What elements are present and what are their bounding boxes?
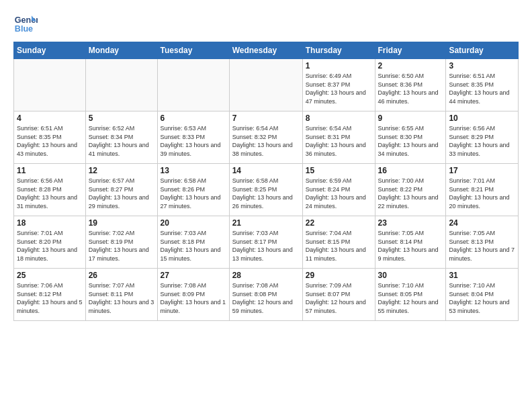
day-number: 13 [161,166,226,175]
day-number: 2 [378,61,443,71]
calendar-cell: 10Sunrise: 6:56 AM Sunset: 8:29 PM Dayli… [446,111,519,164]
day-number: 18 [17,218,83,228]
day-info: Sunrise: 6:58 AM Sunset: 8:26 PM Dayligh… [161,177,226,210]
weekday-header-monday: Monday [85,42,157,59]
page: General Blue SundayMondayTuesdayWednesda… [0,0,532,411]
day-number: 20 [161,218,226,228]
day-info: Sunrise: 7:03 AM Sunset: 8:18 PM Dayligh… [161,229,226,263]
logo: General Blue [13,11,38,35]
day-info: Sunrise: 7:05 AM Sunset: 8:13 PM Dayligh… [449,229,515,263]
day-info: Sunrise: 6:56 AM Sunset: 8:29 PM Dayligh… [449,124,515,158]
day-number: 21 [232,218,300,228]
calendar-cell: 29Sunrise: 7:09 AM Sunset: 8:07 PM Dayli… [302,269,375,321]
calendar-cell: 27Sunrise: 7:08 AM Sunset: 8:09 PM Dayli… [157,269,229,321]
calendar-cell: 11Sunrise: 6:56 AM Sunset: 8:28 PM Dayli… [14,164,86,216]
day-number: 1 [306,61,372,71]
day-info: Sunrise: 6:59 AM Sunset: 8:24 PM Dayligh… [306,177,372,210]
day-info: Sunrise: 7:10 AM Sunset: 8:05 PM Dayligh… [378,281,443,315]
day-info: Sunrise: 7:10 AM Sunset: 8:04 PM Dayligh… [449,281,515,315]
day-number: 7 [232,113,300,123]
day-number: 26 [89,271,154,280]
day-number: 10 [449,113,515,123]
calendar-cell: 31Sunrise: 7:10 AM Sunset: 8:04 PM Dayli… [446,269,519,321]
week-row-4: 18Sunrise: 7:01 AM Sunset: 8:20 PM Dayli… [14,216,519,269]
calendar-cell [14,59,86,111]
day-number: 28 [232,271,300,280]
day-info: Sunrise: 7:05 AM Sunset: 8:14 PM Dayligh… [378,229,443,263]
day-info: Sunrise: 6:55 AM Sunset: 8:30 PM Dayligh… [378,124,443,158]
calendar-cell [157,59,229,111]
weekday-header-wednesday: Wednesday [229,42,302,59]
day-number: 31 [449,271,515,280]
calendar-cell: 8Sunrise: 6:54 AM Sunset: 8:31 PM Daylig… [302,111,375,164]
calendar-cell: 3Sunrise: 6:51 AM Sunset: 8:35 PM Daylig… [446,59,519,111]
calendar-cell: 30Sunrise: 7:10 AM Sunset: 8:05 PM Dayli… [375,269,446,321]
day-number: 22 [306,218,372,228]
week-row-1: 1Sunrise: 6:49 AM Sunset: 8:37 PM Daylig… [14,59,519,111]
calendar-cell: 16Sunrise: 7:00 AM Sunset: 8:22 PM Dayli… [375,164,446,216]
day-info: Sunrise: 6:54 AM Sunset: 8:32 PM Dayligh… [232,124,300,158]
day-info: Sunrise: 6:54 AM Sunset: 8:31 PM Dayligh… [306,124,372,158]
weekday-header-row: SundayMondayTuesdayWednesdayThursdayFrid… [14,42,519,59]
day-info: Sunrise: 6:50 AM Sunset: 8:36 PM Dayligh… [378,72,443,105]
day-number: 16 [378,166,443,175]
day-number: 9 [378,113,443,123]
calendar: SundayMondayTuesdayWednesdayThursdayFrid… [13,42,519,321]
day-info: Sunrise: 7:08 AM Sunset: 8:09 PM Dayligh… [161,281,226,315]
day-number: 12 [89,166,154,175]
day-number: 8 [306,113,372,123]
day-number: 29 [306,271,372,280]
day-info: Sunrise: 6:51 AM Sunset: 8:35 PM Dayligh… [449,72,515,105]
day-number: 15 [306,166,372,175]
calendar-cell: 19Sunrise: 7:02 AM Sunset: 8:19 PM Dayli… [85,216,157,269]
day-number: 4 [17,113,83,123]
day-number: 17 [449,166,515,175]
day-info: Sunrise: 7:01 AM Sunset: 8:21 PM Dayligh… [449,177,515,210]
svg-text:Blue: Blue [15,24,33,34]
calendar-cell: 20Sunrise: 7:03 AM Sunset: 8:18 PM Dayli… [157,216,229,269]
calendar-cell: 6Sunrise: 6:53 AM Sunset: 8:33 PM Daylig… [157,111,229,164]
day-number: 24 [449,218,515,228]
weekday-header-tuesday: Tuesday [157,42,229,59]
calendar-cell: 14Sunrise: 6:58 AM Sunset: 8:25 PM Dayli… [229,164,302,216]
day-number: 25 [17,271,83,280]
day-info: Sunrise: 6:51 AM Sunset: 8:35 PM Dayligh… [17,124,83,158]
calendar-cell: 4Sunrise: 6:51 AM Sunset: 8:35 PM Daylig… [14,111,86,164]
day-number: 6 [161,113,226,123]
day-info: Sunrise: 7:04 AM Sunset: 8:15 PM Dayligh… [306,229,372,263]
calendar-cell: 23Sunrise: 7:05 AM Sunset: 8:14 PM Dayli… [375,216,446,269]
calendar-cell: 26Sunrise: 7:07 AM Sunset: 8:11 PM Dayli… [85,269,157,321]
day-info: Sunrise: 7:00 AM Sunset: 8:22 PM Dayligh… [378,177,443,210]
calendar-cell [229,59,302,111]
day-info: Sunrise: 7:03 AM Sunset: 8:17 PM Dayligh… [232,229,300,263]
weekday-header-saturday: Saturday [446,42,519,59]
calendar-cell: 12Sunrise: 6:57 AM Sunset: 8:27 PM Dayli… [85,164,157,216]
day-info: Sunrise: 6:58 AM Sunset: 8:25 PM Dayligh… [232,177,300,210]
calendar-cell: 17Sunrise: 7:01 AM Sunset: 8:21 PM Dayli… [446,164,519,216]
header: General Blue [13,11,519,35]
calendar-cell: 24Sunrise: 7:05 AM Sunset: 8:13 PM Dayli… [446,216,519,269]
day-info: Sunrise: 6:52 AM Sunset: 8:34 PM Dayligh… [89,124,154,158]
day-info: Sunrise: 6:53 AM Sunset: 8:33 PM Dayligh… [161,124,226,158]
weekday-header-thursday: Thursday [302,42,375,59]
calendar-cell: 5Sunrise: 6:52 AM Sunset: 8:34 PM Daylig… [85,111,157,164]
calendar-cell: 13Sunrise: 6:58 AM Sunset: 8:26 PM Dayli… [157,164,229,216]
day-info: Sunrise: 7:07 AM Sunset: 8:11 PM Dayligh… [89,281,154,315]
day-number: 11 [17,166,83,175]
calendar-cell: 1Sunrise: 6:49 AM Sunset: 8:37 PM Daylig… [302,59,375,111]
day-info: Sunrise: 7:08 AM Sunset: 8:08 PM Dayligh… [232,281,300,315]
day-info: Sunrise: 7:01 AM Sunset: 8:20 PM Dayligh… [17,229,83,263]
calendar-cell: 22Sunrise: 7:04 AM Sunset: 8:15 PM Dayli… [302,216,375,269]
day-info: Sunrise: 7:06 AM Sunset: 8:12 PM Dayligh… [17,281,83,315]
day-info: Sunrise: 6:57 AM Sunset: 8:27 PM Dayligh… [89,177,154,210]
week-row-2: 4Sunrise: 6:51 AM Sunset: 8:35 PM Daylig… [14,111,519,164]
day-info: Sunrise: 6:56 AM Sunset: 8:28 PM Dayligh… [17,177,83,210]
calendar-cell: 25Sunrise: 7:06 AM Sunset: 8:12 PM Dayli… [14,269,86,321]
week-row-5: 25Sunrise: 7:06 AM Sunset: 8:12 PM Dayli… [14,269,519,321]
day-info: Sunrise: 7:09 AM Sunset: 8:07 PM Dayligh… [306,281,372,315]
calendar-cell: 2Sunrise: 6:50 AM Sunset: 8:36 PM Daylig… [375,59,446,111]
weekday-header-sunday: Sunday [14,42,86,59]
calendar-cell: 7Sunrise: 6:54 AM Sunset: 8:32 PM Daylig… [229,111,302,164]
day-number: 14 [232,166,300,175]
day-number: 27 [161,271,226,280]
